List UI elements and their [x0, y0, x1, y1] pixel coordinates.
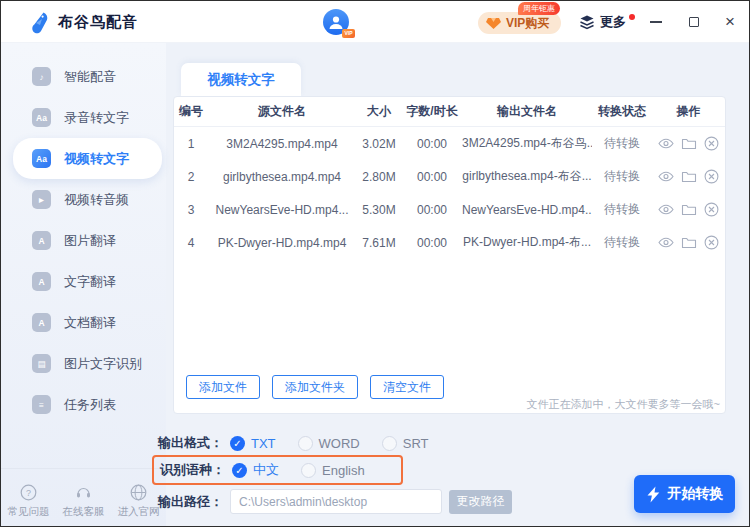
- sidebar-item-video-to-audio[interactable]: 视频转音频: [1, 179, 166, 220]
- start-conversion-button[interactable]: 开始转换: [634, 475, 735, 513]
- add-folder-button[interactable]: 添加文件夹: [272, 375, 358, 399]
- format-option-word[interactable]: WORD: [298, 436, 360, 451]
- col-header-output: 输出文件名: [462, 103, 592, 120]
- cell-source: girlbythesea.mp4.mp4: [208, 170, 356, 184]
- preview-eye-icon[interactable]: [658, 169, 674, 184]
- question-circle-icon: ?: [20, 484, 37, 501]
- remove-file-icon[interactable]: [704, 136, 719, 151]
- language-option-label: 中文: [253, 461, 279, 479]
- svg-text:?: ?: [26, 488, 31, 498]
- notification-dot: [629, 14, 635, 20]
- cell-size: 3.02M: [356, 137, 402, 151]
- cell-index: 3: [174, 203, 208, 217]
- language-option-english[interactable]: English: [301, 463, 365, 478]
- open-folder-icon[interactable]: [681, 203, 697, 217]
- cell-size: 2.80M: [356, 170, 402, 184]
- cell-index: 1: [174, 137, 208, 151]
- cell-duration: 00:00: [402, 137, 462, 151]
- customer-service-link[interactable]: 在线客服: [63, 484, 105, 519]
- language-label: 识别语种：: [160, 461, 232, 479]
- remove-file-icon[interactable]: [704, 169, 719, 184]
- vip-buy-button[interactable]: VIP购买: [478, 12, 561, 34]
- cell-output: NewYearsEve-HD.mp4...: [462, 203, 592, 217]
- website-label: 进入官网: [118, 505, 160, 519]
- open-folder-icon[interactable]: [681, 236, 697, 250]
- preview-eye-icon[interactable]: [658, 202, 674, 217]
- col-header-source: 源文件名: [208, 103, 356, 120]
- minimize-icon: [650, 21, 662, 23]
- cell-size: 7.61M: [356, 236, 402, 250]
- format-option-txt[interactable]: TXT: [230, 436, 276, 451]
- remove-file-icon[interactable]: [704, 202, 719, 217]
- faq-link[interactable]: ? 常见问题: [8, 484, 50, 519]
- vip-buy-label: VIP购买: [506, 15, 549, 32]
- file-table-panel: 编号 源文件名 大小 字数/时长 输出文件名 转换状态 操作 1 3M2A429…: [173, 96, 726, 414]
- sidebar-divider: [1, 468, 166, 469]
- faq-label: 常见问题: [8, 505, 50, 519]
- cell-size: 5.30M: [356, 203, 402, 217]
- main-content: 视频转文字 编号 源文件名 大小 字数/时长 输出文件名 转换状态 操作 1 3…: [166, 43, 749, 526]
- col-header-duration: 字数/时长: [402, 103, 462, 120]
- cell-duration: 00:00: [402, 236, 462, 250]
- col-header-ops: 操作: [652, 103, 725, 120]
- preview-eye-icon[interactable]: [658, 235, 674, 250]
- layers-icon: [579, 14, 595, 30]
- cell-source: NewYearsEve-HD.mp4...: [208, 203, 356, 217]
- sidebar-item-text-translate[interactable]: 文字翻译: [1, 261, 166, 302]
- table-header-row: 编号 源文件名 大小 字数/时长 输出文件名 转换状态 操作: [174, 97, 725, 127]
- cell-index: 2: [174, 170, 208, 184]
- tab-video-to-text[interactable]: 视频转文字: [181, 63, 301, 96]
- radio-unchecked-icon: [301, 463, 316, 478]
- remove-file-icon[interactable]: [704, 235, 719, 250]
- preview-eye-icon[interactable]: [658, 136, 674, 151]
- sidebar-item-video-to-text[interactable]: 视频转文字: [13, 138, 162, 179]
- language-option-chinese[interactable]: 中文: [232, 461, 279, 479]
- cell-status: 待转换: [592, 135, 652, 152]
- format-option-srt[interactable]: SRT: [382, 436, 429, 451]
- sidebar-item-label: 文档翻译: [64, 314, 116, 332]
- audio-to-text-icon: [32, 108, 51, 127]
- output-path-row: 输出路径： 更改路径: [158, 489, 512, 514]
- lightning-convert-icon: [646, 486, 661, 503]
- sidebar-item-label: 智能配音: [64, 68, 116, 86]
- clear-files-button[interactable]: 清空文件: [370, 375, 444, 399]
- cell-status: 待转换: [592, 201, 652, 218]
- sidebar-item-label: 视频转音频: [64, 191, 129, 209]
- open-folder-icon[interactable]: [681, 170, 697, 184]
- open-folder-icon[interactable]: [681, 137, 697, 151]
- sidebar-item-smart-dubbing[interactable]: 智能配音: [1, 56, 166, 97]
- change-path-button[interactable]: 更改路径: [449, 490, 512, 514]
- cell-output: 3M2A4295.mp4-布谷鸟...: [462, 135, 592, 152]
- sidebar-item-doc-translate[interactable]: 文档翻译: [1, 302, 166, 343]
- sidebar-item-label: 任务列表: [64, 396, 116, 414]
- sidebar-item-task-list[interactable]: 任务列表: [1, 384, 166, 425]
- minimize-button[interactable]: [642, 1, 670, 43]
- format-option-label: SRT: [403, 436, 429, 451]
- language-option-label: English: [322, 463, 365, 478]
- website-link[interactable]: 进入官网: [118, 484, 160, 519]
- user-avatar[interactable]: VIP: [323, 9, 349, 35]
- radio-unchecked-icon: [382, 436, 397, 451]
- language-row-highlighted: 识别语种： 中文 English: [152, 455, 403, 485]
- video-to-text-icon: [32, 149, 51, 168]
- output-format-label: 输出格式：: [158, 434, 230, 452]
- app-window: 布谷鸟配音 VIP VIP购买 周年钜惠 更多 × 智能配音: [0, 0, 750, 527]
- avatar-vip-badge: VIP: [342, 29, 355, 38]
- sidebar-item-label: 图片翻译: [64, 232, 116, 250]
- cell-status: 待转换: [592, 234, 652, 251]
- output-path-input[interactable]: [230, 489, 442, 514]
- close-button[interactable]: ×: [716, 1, 744, 43]
- globe-icon: [130, 484, 147, 501]
- sidebar-item-ocr[interactable]: 图片文字识别: [1, 343, 166, 384]
- cell-output: girlbythesea.mp4-布谷...: [462, 168, 592, 185]
- sidebar-item-image-translate[interactable]: 图片翻译: [1, 220, 166, 261]
- add-file-button[interactable]: 添加文件: [186, 375, 260, 399]
- adding-files-hint: 文件正在添加中，大文件要多等一会哦~: [527, 397, 720, 412]
- task-list-icon: [32, 395, 51, 414]
- table-row: 2 girlbythesea.mp4.mp4 2.80M 00:00 girlb…: [174, 160, 725, 193]
- sidebar-item-audio-to-text[interactable]: 录音转文字: [1, 97, 166, 138]
- more-menu-button[interactable]: 更多: [579, 1, 635, 43]
- maximize-button[interactable]: [680, 1, 708, 43]
- video-to-audio-icon: [32, 190, 51, 209]
- image-translate-icon: [32, 231, 51, 250]
